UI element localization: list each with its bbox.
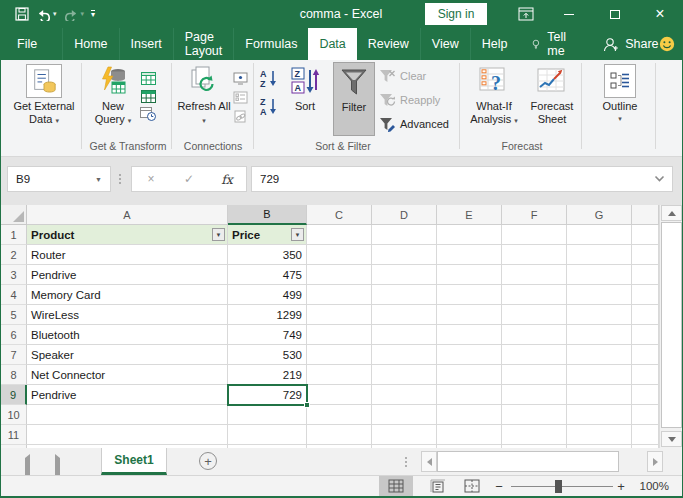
outline-button[interactable]: Outline ▾ (589, 62, 651, 136)
sort-descending-button[interactable]: ZA (258, 96, 280, 116)
tab-help[interactable]: Help (470, 28, 519, 60)
cell-E11[interactable] (437, 425, 502, 445)
cell-D10[interactable] (372, 405, 437, 425)
cancel-button[interactable]: × (132, 172, 170, 186)
cell-E7[interactable] (437, 345, 502, 365)
cell-E4[interactable] (437, 285, 502, 305)
cell-partial[interactable] (632, 225, 659, 245)
cell-partial[interactable] (632, 345, 659, 365)
insert-function-button[interactable]: fx (208, 172, 246, 187)
cell-G2[interactable] (567, 245, 632, 265)
cell-D9[interactable] (372, 385, 437, 405)
from-range-button[interactable] (139, 88, 157, 104)
column-header-c[interactable]: C (307, 205, 372, 225)
previous-sheet-button[interactable] (25, 458, 30, 476)
cell-E9[interactable] (437, 385, 502, 405)
cell-E2[interactable] (437, 245, 502, 265)
column-header-a[interactable]: A (27, 205, 228, 225)
cell-A8[interactable]: Net Connector (27, 365, 228, 385)
select-all-corner[interactable] (1, 205, 27, 225)
zoom-level[interactable]: 100% (633, 476, 669, 496)
cell-A7[interactable]: Speaker (27, 345, 228, 365)
cell-B8[interactable]: 219 (228, 365, 307, 385)
from-table-button[interactable] (139, 70, 157, 86)
cell-partial[interactable] (632, 305, 659, 325)
clear-filter-button[interactable]: Clear (379, 66, 426, 86)
cell-F4[interactable] (502, 285, 567, 305)
row-header-9[interactable]: 9 (1, 385, 27, 405)
cell-partial[interactable] (632, 285, 659, 305)
cell-C11[interactable] (307, 425, 372, 445)
cell-E1[interactable] (437, 225, 502, 245)
recent-sources-button[interactable] (139, 106, 157, 122)
cell-partial[interactable] (632, 405, 659, 425)
tab-review[interactable]: Review (357, 28, 420, 60)
cell-G3[interactable] (567, 265, 632, 285)
cell-G7[interactable] (567, 345, 632, 365)
column-header-e[interactable]: E (437, 205, 502, 225)
sheet-tab-sheet1[interactable]: Sheet1 (101, 448, 167, 475)
column-header-f[interactable]: F (502, 205, 567, 225)
cell-G8[interactable] (567, 365, 632, 385)
cell-D1[interactable] (372, 225, 437, 245)
enter-button[interactable]: ✓ (170, 172, 208, 186)
cell-C5[interactable] (307, 305, 372, 325)
tab-view[interactable]: View (420, 28, 470, 60)
cell-F5[interactable] (502, 305, 567, 325)
zoom-slider-handle[interactable] (555, 480, 562, 493)
cell-G5[interactable] (567, 305, 632, 325)
cell-B2[interactable]: 350 (228, 245, 307, 265)
formula-input[interactable]: 729 (251, 166, 673, 192)
cell-C1[interactable] (307, 225, 372, 245)
row-header-2[interactable]: 2 (1, 245, 27, 265)
new-query-button[interactable]: New Query ▾ (87, 62, 139, 136)
horizontal-scroll-thumb[interactable] (437, 451, 619, 472)
cell-B1[interactable]: Price▼ (228, 225, 307, 245)
cell-F7[interactable] (502, 345, 567, 365)
column-header-partial[interactable] (632, 205, 659, 225)
cell-A10[interactable] (27, 405, 228, 425)
tab-formulas[interactable]: Formulas (233, 28, 308, 60)
new-sheet-button[interactable]: + (199, 452, 217, 470)
cell-partial[interactable] (632, 325, 659, 345)
scroll-right-button[interactable] (647, 451, 663, 472)
redo-dropdown-icon[interactable]: ▾ (81, 10, 85, 18)
edit-links-button[interactable] (231, 108, 249, 124)
cell-partial[interactable] (632, 385, 659, 405)
row-header-8[interactable]: 8 (1, 365, 27, 385)
cell-C6[interactable] (307, 325, 372, 345)
vertical-scroll-thumb[interactable] (661, 222, 682, 428)
cell-G4[interactable] (567, 285, 632, 305)
cell-C7[interactable] (307, 345, 372, 365)
row-header-4[interactable]: 4 (1, 285, 27, 305)
cell-B6[interactable]: 749 (228, 325, 307, 345)
sign-in-button[interactable]: Sign in (425, 3, 487, 25)
filter-button[interactable]: Filter (333, 62, 375, 136)
cell-C10[interactable] (307, 405, 372, 425)
sort-button[interactable]: ZA Sort (283, 62, 327, 136)
cell-F9[interactable] (502, 385, 567, 405)
cell-A1[interactable]: Product▼ (27, 225, 228, 245)
zoom-in-button[interactable]: + (613, 476, 629, 496)
cell-B7[interactable]: 530 (228, 345, 307, 365)
filter-dropdown-button-B1[interactable]: ▼ (291, 228, 304, 241)
horizontal-scrollbar[interactable] (421, 451, 663, 472)
ribbon-display-options-button[interactable] (506, 0, 546, 28)
cell-partial[interactable] (632, 365, 659, 385)
row-header-11[interactable]: 11 (1, 425, 27, 445)
refresh-all-button[interactable]: Refresh All ▾ (177, 62, 231, 136)
cell-E10[interactable] (437, 405, 502, 425)
scroll-left-button[interactable] (421, 451, 437, 472)
cell-partial[interactable] (632, 425, 659, 445)
zoom-out-button[interactable]: − (491, 476, 507, 496)
cell-B3[interactable]: 475 (228, 265, 307, 285)
page-break-preview-button[interactable] (457, 476, 487, 496)
close-button[interactable]: × (638, 0, 682, 28)
tab-bar-resize-handle[interactable] (405, 457, 407, 467)
row-header-7[interactable]: 7 (1, 345, 27, 365)
forecast-sheet-button[interactable]: Forecast Sheet (525, 62, 579, 136)
cell-A2[interactable]: Router (27, 245, 228, 265)
save-button[interactable] (15, 7, 29, 21)
cell-A9[interactable]: Pendrive (27, 385, 228, 405)
row-header-10[interactable]: 10 (1, 405, 27, 425)
